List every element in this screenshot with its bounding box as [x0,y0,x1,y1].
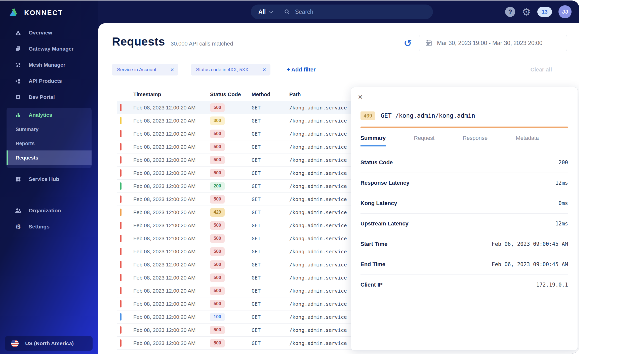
detail-field-label: Kong Latency [360,200,397,207]
table-row[interactable]: Feb 08, 2023 12:00:20 AM500GET/kong.admi… [117,271,353,284]
remove-filter-icon[interactable]: × [170,66,174,73]
detail-field-label: End Time [360,261,385,268]
analytics-section: Analytics SummaryReportsRequests [7,108,92,168]
cell-method: GET [252,301,289,307]
table-row[interactable]: Feb 08, 2023 12:00:20 AM500GET/kong.admi… [117,337,353,350]
search-scope-selector[interactable]: All [258,9,272,15]
filter-bar: Service in Account×Status code in 4XX, 5… [112,64,579,76]
tab-metadata[interactable]: Metadata [516,135,539,146]
detail-fields: Status Code200Response Latency12msKong L… [360,152,568,295]
detail-field-label: Response Latency [360,180,409,186]
status-color-bar [120,261,122,268]
table-row[interactable]: Feb 08, 2023 12:00:20 AM500GET/kong.admi… [117,193,353,206]
cell-path: /kong.admin.service [289,340,353,346]
table-row[interactable]: Feb 08, 2023 12:00:20 AM500GET/kong.admi… [117,167,353,180]
filter-chip-service-in-account[interactable]: Service in Account× [112,64,178,75]
status-rule [360,127,568,128]
cell-timestamp: Feb 08, 2023 12:00:20 AM [133,288,210,294]
region-selector[interactable]: US (North America) [5,336,93,351]
sidebar-item-dev-portal[interactable]: Dev Portal [0,89,98,105]
service-hub-icon [15,176,22,182]
tab-summary[interactable]: Summary [360,135,386,146]
sidebar-item-reports[interactable]: Reports [7,136,92,150]
sidebar-item-overview[interactable]: Overview [0,25,98,41]
cell-path: /kong.admin.service [289,209,353,215]
status-code-badge: 300 [210,116,225,125]
table-row[interactable]: Feb 08, 2023 12:00:20 AM500GET/kong.admi… [117,127,353,140]
cell-method: GET [252,209,289,215]
table-row[interactable]: Feb 08, 2023 12:00:20 AM500GET/kong.admi… [117,324,353,337]
table-row[interactable]: Feb 08, 2023 12:00:20 AM200GET/kong.admi… [117,180,353,193]
search-divider [278,8,278,16]
table-row[interactable]: Feb 08, 2023 12:00:20 AM500GET/kong.admi… [117,219,353,232]
sidebar-item-api-products[interactable]: API Products [0,73,98,89]
sidebar-item-summary[interactable]: Summary [7,122,92,136]
date-range-picker[interactable]: Mar 30, 2023 19:00 - Mar 30, 2023 20:00 [419,35,567,51]
status-code-badge: 100 [210,313,225,321]
sidebar-item-label: API Products [29,78,62,84]
table-row[interactable]: Feb 08, 2023 12:00:20 AM429GET/kong.admi… [117,206,353,219]
tab-request[interactable]: Request [414,135,434,146]
search-input[interactable] [294,8,404,16]
notification-badge[interactable]: 13 [537,7,552,17]
close-icon[interactable]: × [358,92,363,102]
sidebar-item-analytics[interactable]: Analytics [7,108,92,122]
status-color-bar [120,222,122,229]
sidebar-item-requests[interactable]: Requests [7,150,92,165]
sidebar-item-service-hub[interactable]: Service Hub [0,171,98,187]
request-detail-panel: × 409 GET /kong.admin/kong.admin Summary… [351,87,578,350]
clear-all-button[interactable]: Clear all [530,66,552,73]
konnect-logo[interactable]: KONNECT [0,1,98,19]
cell-status-code: 500 [210,247,252,256]
tab-response[interactable]: Response [463,135,488,146]
avatar[interactable]: JJ [558,5,572,18]
cell-method: GET [252,118,289,124]
status-code-badge: 500 [210,273,225,282]
cell-method: GET [252,288,289,294]
table-row[interactable]: Feb 08, 2023 12:00:20 AM500GET/kong.admi… [117,153,353,167]
topbar-actions: ? ⚙ 13 JJ [505,1,572,23]
cell-status-code: 429 [210,208,252,217]
cell-method: GET [252,131,289,137]
cell-method: GET [252,183,289,189]
column-header-path: Path [289,91,353,97]
table-row[interactable]: Feb 08, 2023 12:00:20 AM100GET/kong.admi… [117,310,353,324]
help-icon[interactable]: ? [505,7,515,17]
status-code-badge: 500 [210,103,225,112]
table-row[interactable]: Feb 08, 2023 12:00:20 AM500GET/kong.admi… [117,245,353,258]
sidebar-item-settings[interactable]: ⚙Settings [0,219,98,235]
status-badge: 409 [360,111,375,120]
cell-timestamp: Feb 08, 2023 12:00:20 AM [133,275,210,281]
table-row[interactable]: Feb 08, 2023 12:00:20 AM500GET/kong.admi… [117,258,353,271]
cell-timestamp: Feb 08, 2023 12:00:20 AM [133,183,210,189]
cell-status-code: 500 [210,273,252,282]
table-row[interactable]: Feb 08, 2023 12:00:20 AM300GET/kong.admi… [117,114,353,127]
table-row[interactable]: Feb 08, 2023 12:00:20 AM500GET/kong.admi… [117,232,353,245]
sidebar-item-label: Overview [29,30,52,36]
add-filter-button[interactable]: + Add filter [287,66,316,73]
gear-icon[interactable]: ⚙ [522,7,531,17]
sidebar-item-label: Service Hub [29,176,59,182]
filter-chip-status-code-in-4xx-5xx[interactable]: Status code in 4XX, 5XX× [191,64,270,75]
remove-filter-icon[interactable]: × [262,66,266,73]
sidebar-item-gateway-manager[interactable]: Gateway Manager [0,41,98,57]
refresh-icon[interactable]: ↺ [404,38,412,49]
detail-field-value: 12ms [555,180,568,186]
sidebar-item-organization[interactable]: Organization [0,203,98,219]
status-color-bar [120,195,122,203]
status-code-badge: 500 [210,234,225,243]
cell-status-code: 500 [210,156,252,164]
table-row[interactable]: Feb 08, 2023 12:00:20 AM500GET/kong.admi… [117,284,353,297]
mesh-manager-icon [15,62,22,68]
table-row[interactable]: Feb 08, 2023 12:00:20 AM500GET/kong.admi… [117,140,353,153]
sidebar-item-mesh-manager[interactable]: Mesh Manager [0,57,98,73]
calendar-icon [425,39,432,47]
sidebar-item-label: Analytics [29,112,52,118]
table-row[interactable]: Feb 08, 2023 12:00:20 AM500GET/kong.admi… [117,297,353,310]
status-code-badge: 500 [210,287,225,295]
organization-icon [15,207,22,214]
status-code-badge: 500 [210,169,225,177]
status-code-badge: 429 [210,208,225,217]
detail-tabs: SummaryRequestResponseMetadata [360,135,568,146]
table-row[interactable]: Feb 08, 2023 12:00:20 AM500GET/kong.admi… [117,101,353,114]
